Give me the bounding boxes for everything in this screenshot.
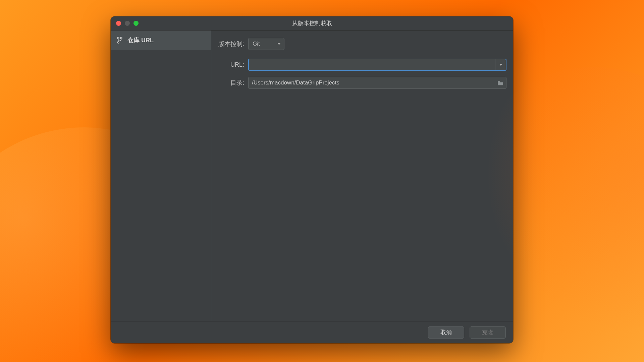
directory-row: 目录:: [218, 77, 506, 89]
close-icon[interactable]: [116, 21, 121, 26]
browse-directory-button[interactable]: [495, 77, 506, 88]
cancel-button[interactable]: 取消: [428, 326, 464, 339]
window-controls: [116, 21, 139, 26]
vcs-label: 版本控制:: [218, 40, 248, 48]
folder-icon: [497, 80, 503, 85]
titlebar[interactable]: 从版本控制获取: [111, 16, 513, 31]
url-label: URL:: [218, 61, 248, 68]
sidebar: 仓库 URL: [111, 31, 211, 321]
directory-field-wrapper: [248, 77, 506, 89]
dialog-body: 仓库 URL 版本控制: Git URL:: [111, 31, 513, 321]
directory-label: 目录:: [218, 79, 248, 87]
svg-point-2: [117, 42, 119, 43]
minimize-icon: [125, 21, 130, 26]
svg-point-0: [117, 37, 119, 39]
vcs-row: 版本控制: Git: [218, 38, 506, 50]
url-history-button[interactable]: [495, 59, 506, 70]
sidebar-item-repo-url[interactable]: 仓库 URL: [111, 31, 211, 50]
directory-input[interactable]: [249, 79, 495, 86]
url-input[interactable]: [249, 59, 495, 70]
chevron-down-icon: [499, 64, 502, 66]
cancel-button-label: 取消: [440, 328, 452, 336]
url-combo: [248, 59, 506, 71]
vcs-select-value: Git: [253, 41, 260, 47]
svg-point-1: [120, 37, 122, 39]
window-title: 从版本控制获取: [111, 19, 513, 27]
main-panel: 版本控制: Git URL: 目录:: [211, 31, 513, 321]
dialog-footer: 取消 克隆: [111, 321, 513, 343]
chevron-down-icon: [277, 43, 281, 45]
url-row: URL:: [218, 59, 506, 71]
sidebar-item-label: 仓库 URL: [127, 36, 154, 44]
clone-button[interactable]: 克隆: [470, 326, 506, 339]
zoom-icon[interactable]: [133, 21, 139, 26]
vcs-select[interactable]: Git: [248, 38, 284, 50]
clone-button-label: 克隆: [482, 328, 493, 336]
branch-icon: [117, 37, 123, 44]
get-from-vcs-dialog: 从版本控制获取 仓库 URL 版本控制:: [111, 16, 513, 343]
